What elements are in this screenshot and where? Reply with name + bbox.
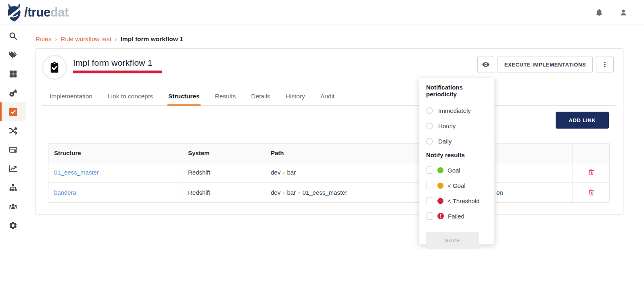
checkbox-box[interactable]	[426, 197, 433, 204]
tags-icon	[8, 50, 18, 60]
tab-audit[interactable]: Audit	[320, 90, 335, 105]
column-header-structure: Structure	[48, 144, 182, 162]
breadcrumb-rules[interactable]: Rules	[36, 35, 52, 43]
gear-icon	[8, 221, 18, 230]
breadcrumb-separator: ›	[55, 36, 57, 42]
eye-icon	[482, 60, 490, 69]
table-row: bandera Redshift dev › bar › 01_eess_mas…	[48, 182, 609, 202]
sidebar-item-dashboard[interactable]	[0, 64, 26, 83]
user-profile-icon[interactable]	[619, 8, 628, 17]
topbar: /truedat	[0, 0, 644, 25]
shuffle-icon	[8, 126, 18, 135]
radio-daily[interactable]: Daily	[426, 136, 487, 146]
sidebar-item-lineage[interactable]	[0, 121, 26, 140]
system-cell: Redshift	[182, 162, 265, 182]
sidebar-item-settings[interactable]	[0, 216, 26, 235]
sitemap-icon	[8, 183, 18, 192]
failed-exclamation-icon: !	[437, 213, 444, 219]
sidebar-item-groups[interactable]	[0, 197, 26, 216]
sidebar-item-permissions[interactable]	[0, 83, 26, 102]
tab-bar: Implementation Link to concepts Structur…	[42, 90, 617, 106]
sidebar-item-tags[interactable]	[0, 46, 26, 64]
table-row: 01_eess_master Redshift dev › bar	[48, 162, 609, 182]
radio-immediately[interactable]: Immediately	[426, 106, 487, 115]
below-threshold-status-dot	[437, 198, 443, 204]
table-header-row: Structure System Path	[48, 144, 609, 162]
checkbox-failed[interactable]: ! Failed	[426, 211, 487, 221]
owl-logo-icon	[6, 3, 23, 22]
brand-name: /truedat	[24, 6, 69, 19]
breadcrumb-current: Impl form workflow 1	[121, 35, 183, 43]
checkbox-box[interactable]	[426, 212, 433, 220]
trash-icon	[588, 189, 595, 196]
key-icon	[6, 86, 20, 100]
tab-link-to-concepts[interactable]: Link to concepts	[107, 90, 154, 105]
path-separator: ›	[283, 169, 284, 175]
check-square-icon	[8, 107, 18, 116]
trash-icon	[588, 168, 595, 176]
page-title: Impl form workflow 1	[73, 58, 162, 68]
breadcrumb-rule-workflow-test[interactable]: Rule workflow test	[61, 35, 111, 43]
path-separator: ›	[283, 189, 284, 195]
below-goal-status-dot	[437, 183, 443, 189]
grid-icon	[8, 69, 18, 79]
add-link-button[interactable]: ADD LINK	[556, 112, 609, 129]
column-header-actions	[573, 144, 610, 162]
drive-icon	[8, 145, 18, 154]
tab-structures[interactable]: Structures	[167, 90, 201, 105]
radio-circle[interactable]	[426, 107, 433, 114]
sidebar-item-quality-rules[interactable]	[0, 102, 26, 121]
notifications-popup: Notifications periodicity Immediately Ho…	[419, 78, 495, 245]
save-button[interactable]: SAVE	[426, 232, 479, 249]
tab-implementation[interactable]: Implementation	[49, 90, 93, 105]
checkbox-below-goal[interactable]: < Goal	[426, 180, 487, 191]
radio-circle[interactable]	[426, 138, 433, 145]
radio-hourly[interactable]: Hourly	[426, 121, 487, 131]
path-separator: ›	[298, 189, 300, 195]
view-button[interactable]	[477, 56, 494, 73]
structure-link[interactable]: bandera	[54, 189, 76, 196]
column-header-system: System	[182, 144, 265, 162]
structure-link[interactable]: 01_eess_master	[54, 169, 99, 176]
tab-results[interactable]: Results	[214, 90, 237, 105]
system-cell: Redshift	[182, 183, 265, 202]
clipboard-check-icon	[48, 61, 61, 74]
title-underline	[73, 71, 162, 73]
sidebar	[0, 25, 26, 287]
users-icon	[8, 202, 18, 211]
kebab-menu-icon	[601, 60, 609, 69]
main-content: Rules › Rule workflow test › Impl form w…	[26, 25, 644, 287]
goal-status-dot	[437, 167, 443, 173]
implementation-type-badge	[42, 55, 67, 80]
sidebar-item-taxonomy[interactable]	[0, 178, 26, 197]
sidebar-item-search[interactable]	[0, 27, 26, 46]
structures-table: Structure System Path 01_eess_master Red…	[48, 143, 610, 203]
tab-details[interactable]: Details	[250, 90, 271, 105]
implementation-card: Impl form workflow 1 EXECUTE IMPLEMENTAT…	[36, 48, 623, 214]
truedat-logo[interactable]: /truedat	[6, 3, 69, 22]
checkbox-goal[interactable]: Goal	[426, 165, 487, 175]
delete-structure-button[interactable]	[586, 167, 597, 178]
sidebar-item-systems[interactable]	[0, 140, 26, 159]
notifications-periodicity-title: Notifications periodicity	[426, 84, 487, 98]
more-options-button[interactable]	[596, 56, 614, 73]
chart-line-icon	[8, 164, 18, 173]
checkbox-box[interactable]	[426, 182, 433, 189]
sidebar-item-charts[interactable]	[0, 159, 26, 178]
radio-circle[interactable]	[426, 123, 433, 129]
delete-structure-button[interactable]	[586, 187, 597, 198]
notify-results-title: Notify results	[426, 152, 487, 158]
notifications-bell-icon[interactable]	[595, 8, 604, 17]
checkbox-box[interactable]	[426, 166, 433, 174]
checkbox-below-threshold[interactable]: < Threshold	[426, 195, 487, 206]
search-icon	[8, 31, 18, 41]
tab-history[interactable]: History	[285, 90, 306, 105]
execute-implementations-button[interactable]: EXECUTE IMPLEMENTATIONS	[498, 56, 593, 73]
breadcrumb-separator: ›	[115, 36, 117, 42]
breadcrumb: Rules › Rule workflow test › Impl form w…	[36, 35, 644, 43]
